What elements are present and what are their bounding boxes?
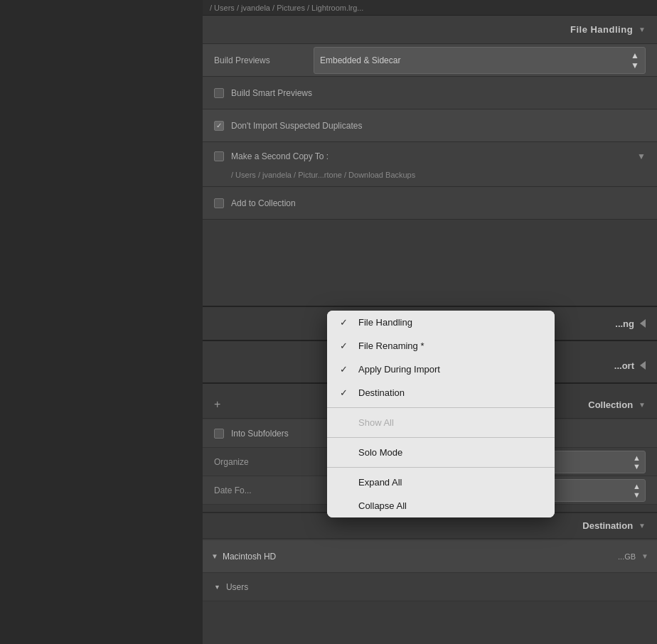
date-format-label: Date Fo... xyxy=(214,485,252,495)
file-handling-title: File Handling xyxy=(570,24,633,35)
menu-label-apply-during-import: Apply During Import xyxy=(358,364,440,375)
menu-label-show-all: Show All xyxy=(358,417,394,428)
macintosh-hd-label: Macintosh HD xyxy=(223,552,276,562)
menu-check-destination: ✓ xyxy=(340,387,351,398)
make-second-copy-label: Make a Second Copy To : xyxy=(231,151,328,161)
collection-panel-title: Collection xyxy=(588,399,633,410)
collapsed-panel-1-label: ...ng xyxy=(615,318,634,329)
menu-item-apply-during-import[interactable]: ✓ Apply During Import xyxy=(327,358,555,381)
menu-item-show-all[interactable]: Show All xyxy=(327,411,555,434)
build-previews-dropdown[interactable]: Embedded & Sidecar ▲ ▼ xyxy=(314,47,646,74)
build-previews-arrow: ▲ ▼ xyxy=(631,50,639,70)
make-second-copy-path: / Users / jvandela / Pictur...rtone / Do… xyxy=(203,171,657,186)
make-second-copy-top[interactable]: Make a Second Copy To : ▼ xyxy=(203,142,657,171)
file-handling-panel: File Handling ▼ Build Previews Embedded … xyxy=(203,16,657,220)
menu-label-solo-mode: Solo Mode xyxy=(358,447,402,458)
menu-label-expand-all: Expand All xyxy=(358,477,402,488)
users-row[interactable]: ▼ Users xyxy=(203,573,657,601)
build-smart-previews-row[interactable]: Build Smart Previews xyxy=(203,77,657,109)
users-label: Users xyxy=(226,582,248,592)
add-to-collection-checkbox[interactable] xyxy=(214,198,224,208)
menu-item-solo-mode[interactable]: Solo Mode xyxy=(327,441,555,464)
left-panel xyxy=(0,0,203,644)
add-to-collection-label: Add to Collection xyxy=(231,198,296,208)
build-smart-previews-checkbox[interactable] xyxy=(214,88,224,98)
collapsed-panel-1-arrow[interactable] xyxy=(640,319,646,328)
destination-panel-title: Destination xyxy=(582,520,633,531)
organize-label: Organize xyxy=(214,457,249,467)
menu-check-apply-during-import: ✓ xyxy=(340,364,351,375)
organize-arrow: ▲▼ xyxy=(633,454,641,471)
date-format-arrow: ▲▼ xyxy=(633,482,641,499)
menu-label-collapse-all: Collapse All xyxy=(358,500,407,511)
add-to-collection-row[interactable]: Add to Collection xyxy=(203,187,657,220)
menu-label-file-renaming: File Renaming * xyxy=(358,340,424,351)
build-previews-value: Embedded & Sidecar xyxy=(320,55,626,65)
menu-item-file-renaming[interactable]: ✓ File Renaming * xyxy=(327,334,555,358)
menu-separator-1 xyxy=(327,407,555,408)
menu-label-destination: Destination xyxy=(358,387,405,398)
drive-size-info: ...GB xyxy=(618,552,636,561)
into-subfolders-label: Into Subfolders xyxy=(231,429,289,439)
macintosh-arrow: ▼ xyxy=(211,552,218,560)
file-handling-collapse-icon[interactable]: ▼ xyxy=(639,26,646,33)
make-second-copy-checkbox[interactable] xyxy=(214,151,224,161)
destination-collapse-icon[interactable]: ▼ xyxy=(639,522,646,530)
menu-separator-3 xyxy=(327,467,555,468)
build-previews-label: Build Previews xyxy=(214,55,314,65)
path-bar: / Users / jvandela / Pictures / Lightroo… xyxy=(203,0,657,16)
path-text: / Users / jvandela / Pictures / Lightroo… xyxy=(210,4,363,12)
macintosh-dropdown-icon[interactable]: ▼ xyxy=(641,552,648,560)
menu-item-expand-all[interactable]: Expand All xyxy=(327,471,555,494)
dont-import-duplicates-row[interactable]: ✓ Don't Import Suspected Duplicates xyxy=(203,109,657,142)
menu-separator-2 xyxy=(327,437,555,438)
build-smart-previews-label: Build Smart Previews xyxy=(231,88,312,98)
collection-collapse-icon[interactable]: ▼ xyxy=(639,401,646,409)
make-second-copy-row: Make a Second Copy To : ▼ / Users / jvan… xyxy=(203,142,657,187)
context-menu: ✓ File Handling ✓ File Renaming * ✓ Appl… xyxy=(327,311,555,517)
menu-item-file-handling[interactable]: ✓ File Handling xyxy=(327,311,555,334)
dont-import-check-icon: ✓ xyxy=(216,122,222,129)
build-previews-row: Build Previews Embedded & Sidecar ▲ ▼ xyxy=(203,44,657,77)
dont-import-duplicates-checkbox[interactable]: ✓ xyxy=(214,121,224,131)
dont-import-duplicates-label: Don't Import Suspected Duplicates xyxy=(231,121,362,131)
users-expand-icon[interactable]: ▼ xyxy=(214,584,220,591)
macintosh-hd-row[interactable]: ▼ Macintosh HD ...GB ▼ xyxy=(203,540,657,573)
menu-check-file-handling: ✓ xyxy=(340,317,351,328)
add-collection-button[interactable]: + xyxy=(214,398,220,411)
collapsed-panel-2-label: ...ort xyxy=(614,360,634,371)
into-subfolders-checkbox[interactable] xyxy=(214,429,224,439)
file-handling-header[interactable]: File Handling ▼ xyxy=(203,16,657,44)
menu-label-file-handling: File Handling xyxy=(358,317,412,328)
menu-item-destination[interactable]: ✓ Destination xyxy=(327,381,555,404)
make-second-copy-dropdown-icon[interactable]: ▼ xyxy=(637,151,646,161)
menu-check-file-renaming: ✓ xyxy=(340,340,351,351)
collapsed-panel-2-arrow[interactable] xyxy=(640,361,646,370)
menu-item-collapse-all[interactable]: Collapse All xyxy=(327,494,555,517)
